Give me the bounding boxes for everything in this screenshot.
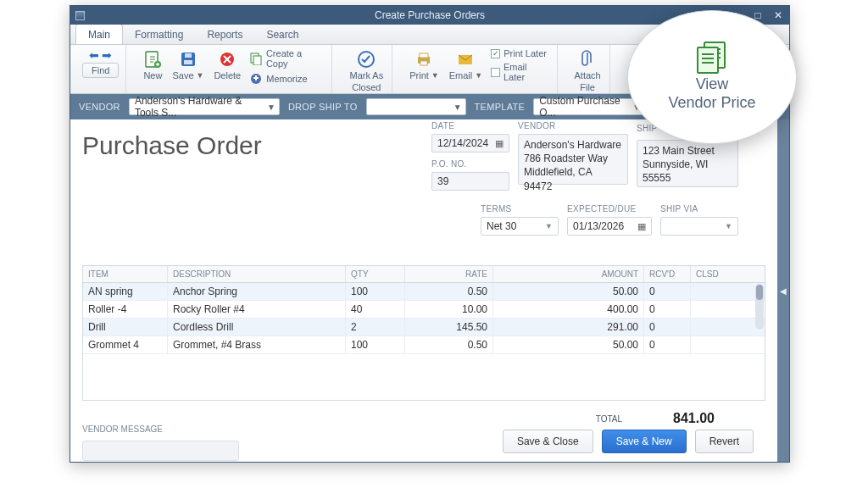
template-select[interactable]: Custom Purchase O...▼ — [533, 98, 645, 115]
dropship-select[interactable]: ▼ — [366, 98, 466, 115]
cell-rate[interactable]: 10.00 — [405, 301, 493, 318]
cell-rcvd[interactable]: 0 — [644, 301, 691, 318]
cell-amount[interactable]: 400.00 — [493, 301, 644, 318]
table-row[interactable]: Grommet 4Grommet, #4 Brass1000.5050.000 — [83, 336, 765, 354]
save-new-button[interactable]: Save & New — [602, 430, 687, 453]
vendor-address-box[interactable]: Anderson's Hardware 786 Roadster Way Mid… — [518, 134, 628, 185]
cell-item[interactable]: Roller -4 — [83, 301, 168, 318]
table-row[interactable]: AN springAnchor Spring1000.5050.000 — [83, 283, 765, 301]
expected-field[interactable]: 01/13/2026▦ — [567, 217, 652, 236]
check-icon: ✓ — [491, 49, 500, 58]
email-button[interactable]: Email▼ — [448, 48, 484, 82]
tab-search[interactable]: Search — [254, 25, 310, 44]
terms-select[interactable]: Net 30▼ — [481, 217, 559, 236]
view-vendor-price-callout[interactable]: View Vendor Price — [627, 10, 797, 144]
cell-amount[interactable]: 291.00 — [493, 319, 644, 336]
chevron-down-icon: ▼ — [453, 103, 462, 112]
cell-clsd[interactable] — [691, 319, 726, 336]
save-close-button[interactable]: Save & Close — [503, 430, 593, 453]
vendor-price-icon — [695, 42, 729, 70]
cell-rate[interactable]: 145.50 — [405, 319, 493, 336]
cell-rcvd[interactable]: 0 — [644, 319, 691, 336]
close-button[interactable]: ✕ — [771, 9, 786, 21]
svg-rect-10 — [255, 75, 257, 80]
vendor-box-label: VENDOR — [518, 121, 628, 130]
cell-description[interactable]: Anchor Spring — [168, 283, 346, 300]
cell-qty[interactable]: 2 — [346, 319, 405, 336]
print-later-checkbox[interactable]: ✓ Print Later — [491, 48, 549, 58]
cell-rate[interactable]: 0.50 — [405, 283, 493, 300]
prev-record-icon[interactable]: ⬅ — [89, 48, 99, 62]
pono-label: P.O. NO. — [431, 159, 509, 169]
find-button[interactable]: Find — [82, 63, 119, 78]
cell-description[interactable]: Grommet, #4 Brass — [168, 336, 346, 353]
vendor-message-label: VENDOR MESSAGE — [82, 424, 163, 434]
col-amount[interactable]: AMOUNT — [493, 266, 644, 282]
col-item[interactable]: ITEM — [83, 266, 168, 282]
grid-body: AN springAnchor Spring1000.5050.000Rolle… — [83, 283, 765, 354]
cell-rate[interactable]: 0.50 — [405, 336, 493, 353]
grid-scrollbar[interactable] — [755, 284, 764, 330]
col-qty[interactable]: QTY — [346, 266, 405, 282]
scrollbar-thumb[interactable] — [756, 285, 763, 300]
cell-clsd[interactable] — [691, 301, 726, 318]
cell-amount[interactable]: 50.00 — [493, 283, 644, 300]
cell-clsd[interactable] — [691, 336, 726, 353]
cell-rcvd[interactable]: 0 — [644, 283, 691, 300]
table-row[interactable]: Roller -4Rocky Roller #44010.00400.000 — [83, 301, 765, 319]
save-button[interactable]: Save▼ — [170, 48, 205, 82]
tab-reports[interactable]: Reports — [195, 25, 254, 44]
print-dropdown-icon[interactable]: ▼ — [431, 71, 439, 80]
email-dropdown-icon[interactable]: ▼ — [475, 71, 482, 80]
cell-item[interactable]: Grommet 4 — [83, 336, 168, 353]
mark-as-closed-button[interactable]: Mark As Closed — [348, 48, 385, 94]
date-field[interactable]: 12/14/2024 ▦ — [431, 134, 509, 152]
col-rcvd[interactable]: RCV'D — [644, 266, 691, 282]
cell-description[interactable]: Rocky Roller #4 — [168, 301, 346, 318]
memorize-button[interactable]: Memorize — [249, 72, 325, 86]
svg-rect-7 — [253, 56, 261, 65]
email-later-checkbox[interactable]: Email Later — [491, 62, 549, 82]
cell-amount[interactable]: 50.00 — [493, 336, 644, 353]
cell-qty[interactable]: 100 — [346, 283, 405, 300]
vendor-label: VENDOR — [79, 102, 120, 112]
create-copy-button[interactable]: Create a Copy — [249, 48, 325, 69]
svg-rect-14 — [420, 61, 427, 65]
delete-button[interactable]: Delete — [212, 48, 242, 82]
print-button[interactable]: Print▼ — [408, 48, 441, 82]
calendar-icon[interactable]: ▦ — [495, 138, 504, 149]
next-record-icon[interactable]: ➡ — [102, 48, 112, 62]
tab-formatting[interactable]: Formatting — [123, 25, 195, 44]
save-dropdown-icon[interactable]: ▼ — [197, 71, 204, 80]
vendor-select[interactable]: Anderson's Hardware & Tools S...▼ — [129, 98, 280, 115]
unchecked-icon — [491, 68, 500, 77]
cell-rcvd[interactable]: 0 — [644, 336, 691, 353]
attach-file-button[interactable]: Attach File — [573, 48, 603, 94]
cell-description[interactable]: Cordless Drill — [168, 319, 346, 336]
sidebar-toggle[interactable]: ◀ — [777, 119, 789, 462]
shipvia-label: SHIP VIA — [660, 204, 738, 214]
grid-empty-area[interactable] — [83, 354, 765, 400]
tab-main[interactable]: Main — [75, 24, 123, 44]
cell-qty[interactable]: 40 — [346, 301, 405, 318]
line-items-grid: ITEM DESCRIPTION QTY RATE AMOUNT RCV'D C… — [82, 265, 765, 401]
col-rate[interactable]: RATE — [405, 266, 493, 282]
terms-label: TERMS — [481, 204, 559, 214]
cell-item[interactable]: AN spring — [83, 283, 168, 300]
table-row[interactable]: DrillCordless Drill2145.50291.000 — [83, 319, 765, 336]
revert-button[interactable]: Revert — [695, 430, 754, 453]
calendar-icon[interactable]: ▦ — [637, 221, 646, 232]
shipto-address-box[interactable]: 123 Main Street Sunnyside, WI 55555 — [637, 140, 738, 187]
cell-item[interactable]: Drill — [83, 319, 168, 336]
new-button[interactable]: New — [142, 48, 164, 82]
vendor-message-input[interactable] — [82, 441, 239, 461]
pono-field[interactable]: 39 — [431, 172, 509, 191]
shipvia-select[interactable]: ▼ — [660, 217, 738, 236]
cell-clsd[interactable] — [691, 283, 726, 300]
svg-rect-3 — [184, 60, 192, 64]
total-label: TOTAL — [596, 414, 622, 424]
system-menu-icon[interactable] — [75, 11, 85, 20]
col-clsd[interactable]: CLSD — [691, 266, 726, 282]
cell-qty[interactable]: 100 — [346, 336, 405, 353]
col-description[interactable]: DESCRIPTION — [168, 266, 346, 282]
